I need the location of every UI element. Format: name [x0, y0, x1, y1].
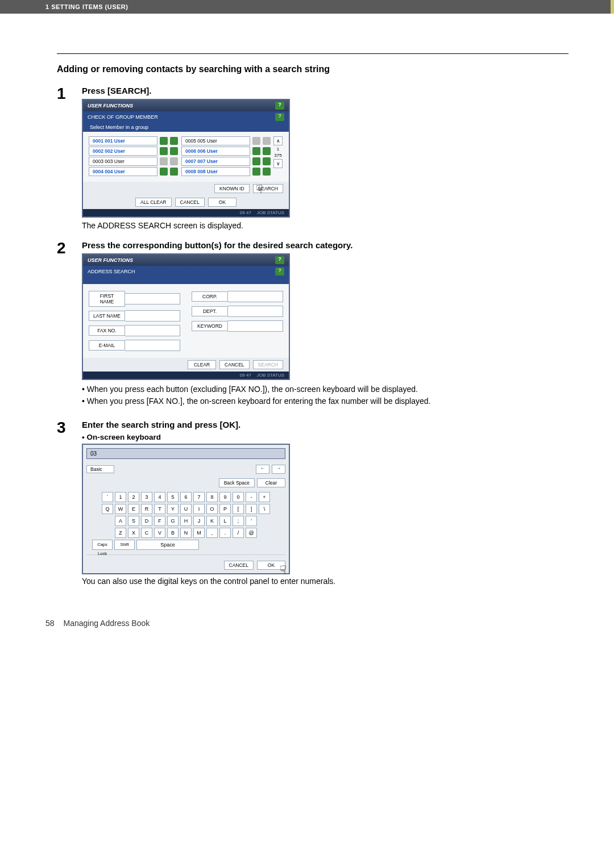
fax-icon[interactable]: [160, 157, 168, 165]
key[interactable]: -: [246, 492, 257, 502]
nav-back-button[interactable]: ←: [256, 465, 269, 474]
help-icon[interactable]: ?: [275, 113, 284, 121]
list-item[interactable]: 0002 002 User: [89, 147, 157, 156]
key[interactable]: /: [233, 528, 244, 538]
caps-lock-key[interactable]: Caps Lock: [92, 540, 113, 550]
clear-button[interactable]: CLEAR: [188, 360, 216, 369]
key[interactable]: 0: [233, 492, 244, 502]
email-button[interactable]: E-MAIL: [89, 340, 125, 350]
list-item[interactable]: 0004 004 User: [89, 167, 157, 176]
help-icon[interactable]: ?: [275, 102, 284, 110]
list-item[interactable]: 0003 003 User: [89, 157, 157, 166]
fax-icon[interactable]: [160, 137, 168, 145]
shift-key[interactable]: Shift: [114, 540, 135, 550]
all-clear-button[interactable]: ALL CLEAR: [135, 198, 172, 207]
key[interactable]: L: [219, 516, 231, 526]
key[interactable]: ;: [233, 516, 244, 526]
last-name-button[interactable]: LAST NAME: [89, 311, 125, 321]
key[interactable]: H: [180, 516, 192, 526]
key[interactable]: 4: [154, 492, 165, 502]
key[interactable]: F: [154, 516, 165, 526]
help-icon[interactable]: ?: [275, 268, 284, 276]
key[interactable]: `: [102, 492, 113, 502]
key[interactable]: C: [141, 528, 152, 538]
key[interactable]: @: [246, 528, 257, 538]
fax-icon[interactable]: [252, 168, 260, 176]
key[interactable]: J: [193, 516, 205, 526]
key[interactable]: ': [246, 516, 257, 526]
fax-no-button[interactable]: FAX NO.: [89, 326, 125, 336]
key[interactable]: K: [206, 516, 218, 526]
key[interactable]: +: [259, 492, 270, 502]
key[interactable]: ]: [246, 504, 257, 514]
scroll-up-button[interactable]: ∧: [273, 136, 283, 145]
key[interactable]: U: [180, 504, 192, 514]
list-item[interactable]: 0008 008 User: [181, 167, 250, 176]
scroll-down-button[interactable]: ∨: [273, 159, 283, 168]
key[interactable]: G: [167, 516, 179, 526]
job-status[interactable]: JOB STATUS: [257, 373, 284, 378]
list-item[interactable]: 0005 005 User: [181, 136, 250, 145]
key[interactable]: S: [128, 516, 139, 526]
first-name-button[interactable]: FIRST NAME: [89, 291, 125, 307]
key[interactable]: Z: [115, 528, 126, 538]
key[interactable]: .: [219, 528, 231, 538]
search-button[interactable]: SEARCH: [253, 360, 283, 369]
key[interactable]: X: [128, 528, 139, 538]
key[interactable]: B: [167, 528, 179, 538]
fax-icon[interactable]: [252, 157, 260, 165]
key[interactable]: 3: [141, 492, 152, 502]
fax-icon[interactable]: [160, 168, 168, 176]
mail-icon[interactable]: [263, 168, 271, 176]
key[interactable]: M: [193, 528, 205, 538]
list-item[interactable]: 0007 007 User: [181, 157, 250, 166]
key[interactable]: 5: [167, 492, 179, 502]
key[interactable]: T: [154, 504, 165, 514]
mail-icon[interactable]: [263, 157, 271, 165]
help-icon[interactable]: ?: [275, 256, 284, 264]
key[interactable]: P: [219, 504, 231, 514]
mail-icon[interactable]: [170, 147, 178, 155]
fax-icon[interactable]: [160, 147, 168, 155]
job-status[interactable]: JOB STATUS: [257, 210, 284, 215]
mail-icon[interactable]: [170, 157, 178, 165]
fax-icon[interactable]: [252, 137, 260, 145]
key[interactable]: Y: [167, 504, 179, 514]
key[interactable]: V: [154, 528, 165, 538]
clear-button[interactable]: Clear: [257, 478, 285, 487]
key[interactable]: N: [180, 528, 192, 538]
cancel-button[interactable]: CANCEL: [224, 561, 254, 570]
mail-icon[interactable]: [263, 147, 271, 155]
key[interactable]: 1: [115, 492, 126, 502]
key[interactable]: I: [193, 504, 205, 514]
key[interactable]: 6: [180, 492, 192, 502]
mail-icon[interactable]: [170, 168, 178, 176]
key[interactable]: D: [141, 516, 152, 526]
corp-button[interactable]: CORP.: [192, 291, 228, 302]
key[interactable]: E: [128, 504, 139, 514]
key[interactable]: W: [115, 504, 126, 514]
key[interactable]: ,: [206, 528, 218, 538]
key[interactable]: R: [141, 504, 152, 514]
space-key[interactable]: Space: [136, 540, 199, 550]
nav-forward-button[interactable]: →: [272, 465, 285, 474]
list-item[interactable]: 0001 001 User: [89, 136, 157, 145]
mail-icon[interactable]: [170, 137, 178, 145]
keyword-button[interactable]: KEYWORD: [192, 321, 228, 331]
dept-button[interactable]: DEPT.: [192, 306, 228, 316]
key[interactable]: 2: [128, 492, 139, 502]
key[interactable]: 8: [206, 492, 218, 502]
key[interactable]: Q: [102, 504, 113, 514]
mail-icon[interactable]: [263, 137, 271, 145]
key[interactable]: 9: [219, 492, 231, 502]
key[interactable]: \: [259, 504, 270, 514]
known-id-button[interactable]: KNOWN ID: [214, 184, 249, 193]
keyboard-mode-select[interactable]: Basic: [86, 465, 114, 473]
keyboard-input[interactable]: 03: [86, 448, 285, 459]
key[interactable]: A: [115, 516, 126, 526]
cancel-button[interactable]: CANCEL: [219, 360, 249, 369]
key[interactable]: O: [206, 504, 218, 514]
key[interactable]: 7: [193, 492, 205, 502]
key[interactable]: [: [233, 504, 244, 514]
ok-button[interactable]: OK: [208, 198, 237, 207]
